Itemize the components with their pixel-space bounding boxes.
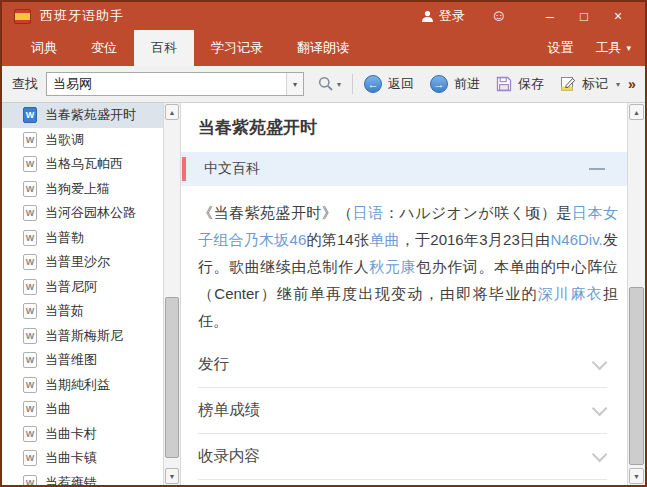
login-label: 登录 — [439, 7, 465, 25]
combobox-dropdown-button[interactable]: ▾ — [286, 73, 303, 95]
tab-dictionary[interactable]: 词典 — [14, 30, 74, 66]
content-area: W当春紫苑盛开时W当歌调W当格乌瓦帕西W当狗爱上猫W当河谷园林公路W当普勒W当普… — [2, 103, 645, 485]
toolbar-overflow-chevron[interactable]: » — [628, 76, 636, 92]
minimize-button[interactable]: – — [533, 8, 567, 24]
maximize-button[interactable]: □ — [567, 9, 601, 24]
settings-button[interactable]: 设置 — [547, 39, 573, 57]
wiki-doc-icon: W — [23, 426, 37, 442]
list-item[interactable]: W当普斯梅斯尼 — [2, 324, 163, 349]
highlight-marker-icon — [560, 76, 576, 92]
list-item[interactable]: W当普维图 — [2, 348, 163, 373]
tab-conjugation[interactable]: 变位 — [74, 30, 134, 66]
list-item-label: 当普里沙尔 — [45, 253, 110, 271]
mark-button[interactable]: 标记 — [560, 75, 608, 93]
wiki-doc-icon: W — [23, 107, 37, 123]
tab-encyclopedia[interactable]: 百科 — [134, 30, 194, 66]
login-button[interactable]: 登录 — [421, 7, 465, 25]
search-input[interactable] — [47, 73, 286, 95]
wiki-doc-icon: W — [23, 303, 37, 319]
tools-menu-button[interactable]: 工具 ▾ — [595, 39, 631, 57]
search-combobox: ▾ — [46, 72, 304, 96]
save-floppy-icon — [496, 76, 512, 92]
search-toolbar: 查找 ▾ ▾ ← 返回 → 前进 保存 标记 ▾ » — [2, 66, 645, 103]
wiki-doc-icon: W — [23, 132, 37, 148]
wiki-doc-icon: W — [23, 377, 37, 393]
list-item[interactable]: W当曲 — [2, 397, 163, 422]
wiki-doc-icon: W — [23, 279, 37, 295]
list-item[interactable]: W当期純利益 — [2, 373, 163, 398]
wiki-doc-icon: W — [23, 230, 37, 246]
article-text: ，于2016年3月23日由 — [400, 231, 551, 248]
scrollbar-thumb[interactable] — [165, 297, 179, 458]
list-item[interactable]: W当春紫苑盛开时 — [2, 103, 163, 128]
section-header-band: 中文百科 — [181, 152, 627, 186]
list-item[interactable]: W当普茹 — [2, 299, 163, 324]
list-item[interactable]: W当普里沙尔 — [2, 250, 163, 275]
list-item[interactable]: W当曲卡村 — [2, 422, 163, 447]
scroll-down-button[interactable]: ▼ — [165, 468, 179, 484]
list-item-label: 当河谷园林公路 — [45, 204, 136, 222]
tab-translate-read[interactable]: 翻译朗读 — [280, 30, 366, 66]
tab-study-record[interactable]: 学习记录 — [194, 30, 280, 66]
wiki-doc-icon: W — [23, 205, 37, 221]
list-item[interactable]: W当歌调 — [2, 128, 163, 153]
list-item-label: 当格乌瓦帕西 — [45, 155, 123, 173]
section-release[interactable]: 发行 — [198, 342, 607, 388]
list-item[interactable]: W当曲卡镇 — [2, 446, 163, 471]
list-item[interactable]: W当普勒 — [2, 226, 163, 251]
list-item-label: 当曲卡镇 — [45, 449, 97, 467]
mark-dropdown-icon[interactable]: ▾ — [616, 80, 620, 89]
article-link[interactable]: 深川麻衣 — [538, 285, 603, 302]
section-chart-performance[interactable]: 榜单成绩 — [198, 388, 607, 434]
wiki-doc-icon: W — [23, 450, 37, 466]
article-link[interactable]: 秋元康 — [369, 258, 416, 275]
wiki-doc-icon: W — [23, 475, 37, 485]
list-item[interactable]: W当狗爱上猫 — [2, 177, 163, 202]
article-text: ：ハルジオンが咲く顷）是 — [384, 204, 572, 221]
close-button[interactable]: × — [601, 8, 635, 24]
feedback-emoji-button[interactable]: ☺ — [491, 8, 507, 24]
article-link[interactable]: 日语 — [353, 204, 384, 221]
find-label: 查找 — [12, 75, 38, 93]
list-item[interactable]: W当普尼阿 — [2, 275, 163, 300]
article-link[interactable]: 单曲 — [369, 231, 400, 248]
chevron-down-icon[interactable]: ▾ — [337, 80, 341, 89]
article-scrollbar[interactable]: ▲ ▼ — [627, 103, 645, 485]
forward-button[interactable]: → 前进 — [430, 75, 480, 93]
article-link[interactable]: N46Div. — [551, 231, 603, 248]
search-icon — [318, 76, 334, 92]
search-button[interactable]: ▾ — [318, 76, 341, 92]
mark-label: 标记 — [582, 75, 608, 93]
section-track-listing[interactable]: 收录内容 — [198, 434, 607, 480]
article-title: 当春紫苑盛开时 — [198, 116, 627, 139]
article-pane: 当春紫苑盛开时 中文百科 《当春紫苑盛开时》（日语：ハルジオンが咲く顷）是日本女… — [181, 103, 627, 485]
section-label: 收录内容 — [198, 446, 260, 467]
article-text: 的第14张 — [306, 231, 369, 248]
list-item-label: 当曲卡村 — [45, 425, 97, 443]
scrollbar-thumb[interactable] — [629, 287, 644, 465]
save-label: 保存 — [518, 75, 544, 93]
chevron-down-icon — [592, 447, 608, 463]
back-label: 返回 — [388, 75, 414, 93]
collapse-minus-icon[interactable] — [589, 168, 605, 170]
back-button[interactable]: ← 返回 — [364, 75, 414, 93]
list-item[interactable]: W当惹雍错 — [2, 471, 163, 486]
article-paragraph: 《当春紫苑盛开时》（日语：ハルジオンが咲く顷）是日本女子组合乃木坂46的第14张… — [198, 199, 618, 334]
list-item[interactable]: W当格乌瓦帕西 — [2, 152, 163, 177]
wiki-doc-icon: W — [23, 254, 37, 270]
scroll-up-button[interactable]: ▲ — [629, 104, 644, 120]
scroll-down-button[interactable]: ▼ — [629, 468, 644, 484]
list-item[interactable]: W当河谷园林公路 — [2, 201, 163, 226]
wiki-doc-icon: W — [23, 181, 37, 197]
toolbar-separator — [352, 74, 353, 94]
list-item-label: 当普维图 — [45, 351, 97, 369]
list-item-label: 当普勒 — [45, 229, 84, 247]
save-button[interactable]: 保存 — [496, 75, 544, 93]
section-label: 榜单成绩 — [198, 400, 260, 421]
article-text: 《当春紫苑盛开时》（ — [198, 204, 353, 221]
collapsible-sections: 发行榜单成绩收录内容 — [198, 342, 607, 480]
scroll-up-button[interactable]: ▲ — [165, 104, 179, 120]
sidebar-scrollbar[interactable]: ▲ ▼ — [163, 103, 181, 485]
list-item-label: 当狗爱上猫 — [45, 180, 110, 198]
list-item-label: 当曲 — [45, 400, 71, 418]
